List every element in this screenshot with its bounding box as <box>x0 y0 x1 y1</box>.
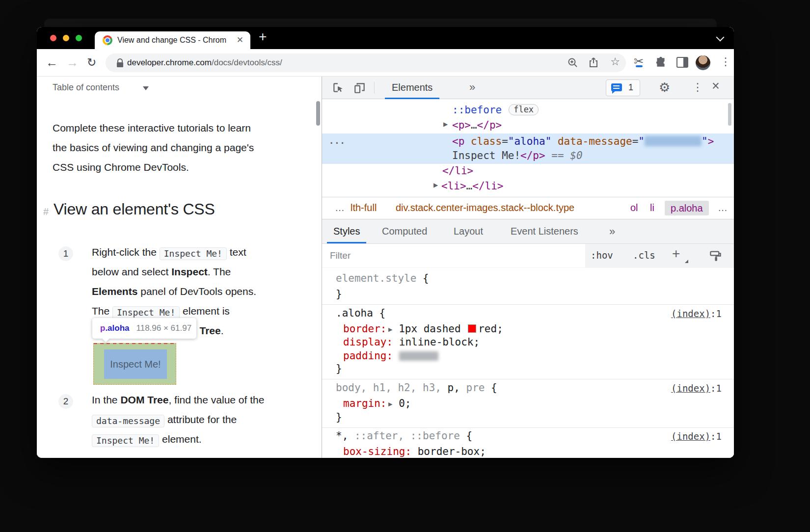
breadcrumb-item[interactable]: ol <box>630 202 638 213</box>
step1-line1: Right-click the Inspect Me! text <box>92 246 246 261</box>
tab-styles[interactable]: Styles <box>327 219 366 243</box>
link-text[interactable]: (index) <box>671 431 710 442</box>
flex-badge[interactable]: flex <box>509 104 539 115</box>
breadcrumb-item-selected[interactable]: p.aloha <box>665 201 709 215</box>
tab-elements[interactable]: Elements <box>385 77 439 99</box>
dom-node-collapsed-p[interactable]: <p>…</p> <box>452 119 502 132</box>
rule-element-style[interactable]: element.style { <box>336 272 429 285</box>
declaration-margin[interactable]: margin: ▶ 0; <box>343 397 411 410</box>
page-scrollbar[interactable] <box>316 101 320 126</box>
expand-arrow-icon[interactable]: ▶ <box>387 401 393 407</box>
breadcrumb-overflow-left[interactable]: … <box>335 202 345 213</box>
dom-node-collapsed-li[interactable]: <li>…</li> <box>441 180 503 193</box>
tab-computed[interactable]: Computed <box>382 226 427 237</box>
stylesheet-link[interactable]: (index):1 <box>671 383 722 394</box>
expand-arrow-icon[interactable]: ▶ <box>387 326 393 333</box>
brace: { <box>466 430 473 442</box>
address-bar[interactable]: developer.chrome.com/docs/devtools/css/ … <box>106 53 626 72</box>
more-panels-icon[interactable]: » <box>469 81 475 94</box>
step2-line1: In the DOM Tree, find the value of the <box>92 394 264 409</box>
divider <box>322 427 734 428</box>
breadcrumb-item[interactable]: div.stack.center-images.stack--block.typ… <box>396 202 574 213</box>
zoom-icon[interactable] <box>567 57 579 69</box>
devtools-close-icon[interactable]: × <box>712 79 720 94</box>
attr-value: "aloha" <box>508 135 552 147</box>
bookmark-star-icon[interactable]: ☆ <box>610 55 620 68</box>
tab-close-icon[interactable]: ✕ <box>237 35 243 45</box>
toggle-hover-state-button[interactable]: :hov <box>591 250 613 261</box>
dom-scrollbar[interactable] <box>728 103 731 126</box>
new-style-rule-button[interactable]: + <box>672 246 680 262</box>
declaration-box-sizing[interactable]: box-sizing: border-box; <box>343 445 486 458</box>
more-tabs-icon[interactable]: » <box>609 225 615 238</box>
device-toolbar-icon[interactable] <box>353 81 366 94</box>
rule-universal-selector[interactable]: *, ::after, ::before { <box>336 429 472 443</box>
line-number: :1 <box>710 308 722 319</box>
breadcrumb-overflow-right[interactable]: … <box>718 202 728 213</box>
tab-event-listeners[interactable]: Event Listeners <box>511 226 578 237</box>
heading-anchor-hash[interactable]: # <box>43 206 49 217</box>
toggle-class-button[interactable]: .cls <box>633 250 655 261</box>
property-value: 0; <box>392 398 411 409</box>
equals: = <box>632 135 639 147</box>
settings-gear-icon[interactable]: ⚙ <box>659 80 670 95</box>
back-icon[interactable]: ← <box>46 55 58 70</box>
text: . The <box>208 266 231 277</box>
step1-line2: below and select Inspect. The <box>92 266 231 281</box>
declaration-display[interactable]: display: inline-block; <box>343 336 480 349</box>
dom-selected-line1[interactable]: <p class="aloha" data-message=""> <box>452 135 714 148</box>
disclosure-arrow-icon[interactable]: ▶ <box>443 121 448 128</box>
attr-name: class <box>464 135 502 147</box>
link-text[interactable]: (index) <box>671 383 710 394</box>
stylesheet-link[interactable]: (index):1 <box>671 308 722 319</box>
equals: = <box>502 135 508 147</box>
tooltip-tag: p <box>100 323 105 333</box>
paint-roller-icon[interactable] <box>709 249 722 263</box>
minimize-window-button[interactable] <box>63 35 69 41</box>
link-text[interactable]: (index) <box>671 308 710 319</box>
inspect-element-icon[interactable] <box>332 81 345 94</box>
chevron-down-icon[interactable] <box>143 86 149 90</box>
new-rule-dropdown-triangle[interactable] <box>685 260 688 263</box>
step-number: 1 <box>58 246 73 261</box>
tag-text: </li> <box>472 180 503 192</box>
reload-icon[interactable]: ↻ <box>87 56 96 69</box>
forward-icon[interactable]: → <box>66 55 79 70</box>
share-icon[interactable] <box>588 56 599 68</box>
side-panel-icon[interactable] <box>676 57 688 68</box>
stylesheet-link[interactable]: (index):1 <box>671 431 722 442</box>
rule-aloha-selector[interactable]: .aloha { <box>336 307 385 320</box>
dom-node-li-close[interactable]: </li> <box>442 164 473 178</box>
dom-selected-line2[interactable]: Inspect Me!</p> == $0 <box>452 149 583 162</box>
text: , find the value of the <box>168 394 264 405</box>
devtools-menu-kebab-icon[interactable]: ⋮ <box>692 81 703 93</box>
color-swatch-red[interactable] <box>468 324 476 333</box>
issues-badge[interactable]: 1 <box>606 80 640 96</box>
inspect-me-element[interactable]: Inspect Me! <box>93 343 176 385</box>
sidebar-pane-tabs: Styles Computed Layout Event Listeners » <box>322 219 734 243</box>
new-tab-button[interactable]: + <box>259 29 267 45</box>
disclosure-arrow-icon[interactable]: ▶ <box>433 182 438 188</box>
node-options-dots[interactable]: ... <box>329 136 346 146</box>
dom-node-pseudo-before[interactable]: ::beforeflex <box>452 104 539 117</box>
declaration-border[interactable]: border: ▶ 1px dashed red; <box>343 322 503 336</box>
redacted-property-value <box>399 351 438 361</box>
extensions-puzzle-icon[interactable] <box>654 56 667 69</box>
browser-menu-kebab-icon[interactable]: ⋮ <box>720 55 731 68</box>
breadcrumb-item[interactable]: lth-full <box>351 202 377 213</box>
tag-text: </p> <box>477 119 502 131</box>
filter-input[interactable] <box>322 244 585 267</box>
declaration-padding[interactable]: padding: <box>343 349 438 363</box>
maximize-window-button[interactable] <box>76 35 82 41</box>
brace: { <box>491 382 497 394</box>
browser-tab[interactable]: View and change CSS - Chrom ✕ <box>95 31 250 49</box>
scissors-extension-icon[interactable]: ✂ <box>634 54 644 68</box>
tab-layout[interactable]: Layout <box>454 226 483 237</box>
rule-body-selector[interactable]: body, h1, h2, h3, p, pre { <box>336 381 497 395</box>
table-of-contents-button[interactable]: Table of contents <box>53 82 119 93</box>
tab-search-chevron-icon[interactable] <box>716 33 725 42</box>
breadcrumb-item[interactable]: li <box>650 202 654 213</box>
inline-code-chip: Inspect Me! <box>160 247 227 260</box>
profile-avatar[interactable] <box>696 55 710 70</box>
close-window-button[interactable] <box>50 35 56 41</box>
